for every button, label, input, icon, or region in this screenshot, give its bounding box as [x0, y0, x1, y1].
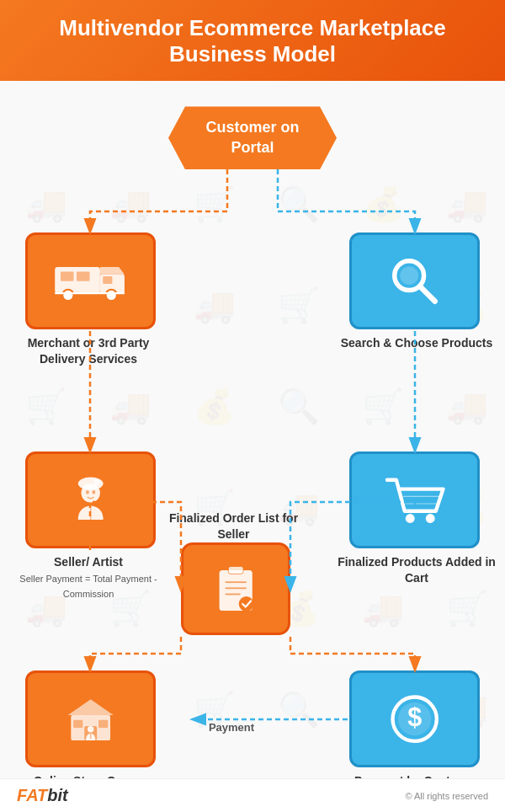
- svg-line-52: [420, 286, 434, 301]
- seller-label: Seller/ Artist Seller Payment = Total Pa…: [8, 554, 168, 601]
- svg-text:🛒: 🛒: [446, 588, 488, 628]
- cart-label: Finalized Products Added in Cart: [337, 554, 497, 585]
- svg-text:🚚: 🚚: [109, 386, 152, 426]
- search-label: Search & Choose Products: [337, 335, 497, 350]
- payment-customer-node: $: [349, 670, 480, 767]
- search-node: [349, 232, 480, 329]
- svg-marker-44: [100, 267, 125, 275]
- svg-text:💰: 💰: [194, 386, 236, 426]
- svg-point-45: [62, 290, 73, 301]
- svg-rect-66: [228, 567, 243, 574]
- svg-text:🛒: 🛒: [362, 386, 404, 426]
- svg-rect-49: [77, 272, 90, 281]
- person-icon: [28, 454, 153, 546]
- store-owner-node: [25, 670, 156, 767]
- svg-text:🚚: 🚚: [194, 285, 236, 325]
- svg-text:🚚: 🚚: [25, 184, 67, 224]
- svg-text:🚚: 🚚: [109, 184, 152, 224]
- svg-point-46: [105, 290, 116, 301]
- svg-point-60: [406, 514, 415, 523]
- payment-arrow-label: Payment: [168, 721, 295, 734]
- svg-text:$: $: [407, 703, 422, 732]
- svg-point-57: [86, 490, 89, 494]
- order-label: Finalized Order List for Seller: [160, 510, 307, 541]
- header: Multivendor Ecommerce Marketplace Busine…: [0, 0, 505, 81]
- svg-text:🛒: 🛒: [194, 184, 236, 224]
- svg-point-56: [81, 483, 99, 502]
- truck-icon: [28, 235, 153, 327]
- svg-point-70: [239, 596, 254, 612]
- svg-text:🚚: 🚚: [362, 588, 404, 628]
- svg-point-61: [426, 514, 435, 523]
- svg-rect-74: [98, 720, 108, 728]
- cart-node: [349, 451, 480, 548]
- clipboard-icon: [183, 545, 288, 633]
- dollar-icon: $: [352, 673, 477, 765]
- svg-rect-50: [103, 276, 112, 284]
- brand-logo: FATbit: [17, 786, 68, 805]
- svg-text:🚚: 🚚: [446, 184, 488, 224]
- svg-text:🔍: 🔍: [278, 386, 320, 426]
- store-owner-icon: [28, 673, 153, 765]
- cart-icon: [352, 454, 477, 546]
- copyright-text: © All rights reserved: [405, 791, 488, 801]
- search-icon: [352, 235, 477, 327]
- svg-point-55: [93, 479, 99, 485]
- svg-point-75: [88, 726, 93, 732]
- delivery-node: [25, 232, 156, 329]
- svg-rect-48: [61, 272, 74, 281]
- svg-text:🚚: 🚚: [446, 386, 488, 426]
- svg-text:🛒: 🛒: [278, 285, 320, 325]
- footer: FATbit © All rights reserved: [0, 778, 505, 812]
- svg-text:🔍: 🔍: [278, 184, 320, 224]
- order-node: [181, 542, 290, 635]
- seller-node: [25, 451, 156, 548]
- diagram: 🚚 🚚 🛒 🔍 💰 🚚 💰 🔍 🚚 🛒 🚚 💰 🛒 🚚 💰 🔍 🛒 🚚: [0, 81, 505, 812]
- svg-text:💰: 💰: [362, 184, 404, 224]
- delivery-label: Merchant or 3rd Party Delivery Services: [8, 335, 168, 366]
- svg-rect-73: [73, 720, 82, 728]
- svg-point-58: [92, 490, 95, 494]
- portal-node: Customer on Portal: [168, 106, 337, 169]
- svg-point-53: [400, 266, 418, 285]
- svg-text:🛒: 🛒: [25, 386, 67, 426]
- page-title: Multivendor Ecommerce Marketplace Busine…: [17, 15, 488, 67]
